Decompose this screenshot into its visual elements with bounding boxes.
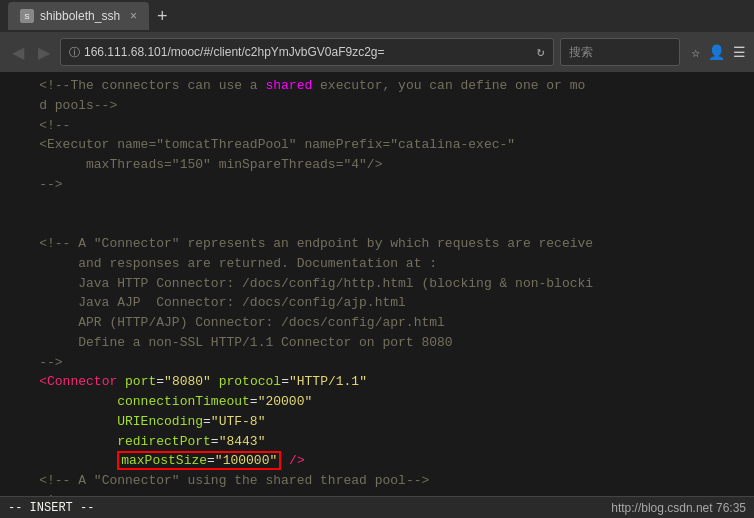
tab-bar: S shibboleth_ssh × + (0, 0, 754, 32)
url-box[interactable]: ⓘ 166.111.68.101/mooc/#/client/c2hpYmJvb… (60, 38, 554, 66)
cursor-position: 76:35 (716, 501, 746, 515)
browser-chrome: S shibboleth_ssh × + ◀ ▶ ⓘ 166.111.68.10… (0, 0, 754, 72)
code-line-18: URIEncoding="UTF-8" (8, 412, 754, 432)
code-line-13: APR (HTTP/AJP) Connector: /docs/config/a… (8, 313, 754, 333)
code-line-8 (8, 214, 754, 234)
tab-title: shibboleth_ssh (40, 9, 120, 23)
code-line-17: connectionTimeout="20000" (8, 392, 754, 412)
search-placeholder: 搜索 (569, 44, 593, 61)
code-line-4: <Executor name="tomcatThreadPool" namePr… (8, 135, 754, 155)
code-line-11: Java HTTP Connector: /docs/config/http.h… (8, 274, 754, 294)
code-line-9: <!-- A "Connector" represents an endpoin… (8, 234, 754, 254)
active-tab[interactable]: S shibboleth_ssh × (8, 2, 149, 30)
vim-mode-indicator: -- INSERT -- (8, 501, 94, 515)
menu-icon[interactable]: ☰ (733, 44, 746, 61)
code-line-2: d pools--> (8, 96, 754, 116)
address-bar: ◀ ▶ ⓘ 166.111.68.101/mooc/#/client/c2hpY… (0, 32, 754, 72)
status-right-info: http://blog.csdn.net 76:35 (611, 501, 746, 515)
status-bar: -- INSERT -- http://blog.csdn.net 76:35 (0, 496, 754, 518)
user-icon[interactable]: 👤 (708, 44, 725, 61)
security-icon: ⓘ (69, 45, 80, 60)
forward-button[interactable]: ▶ (34, 41, 54, 64)
code-content: <!--The connectors can use a shared exec… (0, 72, 754, 496)
code-line-1: <!--The connectors can use a shared exec… (8, 76, 754, 96)
search-box[interactable]: 搜索 (560, 38, 680, 66)
new-tab-button[interactable]: + (157, 7, 168, 25)
code-line-7 (8, 195, 754, 215)
code-line-6: --> (8, 175, 754, 195)
star-icon[interactable]: ☆ (692, 44, 700, 61)
toolbar-icons: ☆ 👤 ☰ (692, 44, 746, 61)
code-line-19: redirectPort="8443" (8, 432, 754, 452)
tab-favicon: S (20, 9, 34, 23)
code-line-16: <Connector port="8080" protocol="HTTP/1.… (8, 372, 754, 392)
code-line-20: maxPostSize="100000" /> (8, 451, 754, 471)
refresh-icon[interactable]: ↻ (537, 44, 545, 60)
blog-url: http://blog.csdn.net (611, 501, 712, 515)
code-line-15: --> (8, 353, 754, 373)
highlighted-attribute: maxPostSize="100000" (117, 451, 281, 470)
code-editor: <!--The connectors can use a shared exec… (0, 72, 754, 518)
code-line-21: <!-- A "Connector" using the shared thre… (8, 471, 754, 491)
code-line-12: Java AJP Connector: /docs/config/ajp.htm… (8, 293, 754, 313)
code-line-10: and responses are returned. Documentatio… (8, 254, 754, 274)
back-button[interactable]: ◀ (8, 41, 28, 64)
code-line-3: <!-- (8, 116, 754, 136)
tab-close-button[interactable]: × (130, 9, 137, 23)
url-text: 166.111.68.101/mooc/#/client/c2hpYmJvbGV… (84, 45, 533, 59)
code-line-14: Define a non-SSL HTTP/1.1 Connector on p… (8, 333, 754, 353)
code-line-5: maxThreads="150" minSpareThreads="4"/> (8, 155, 754, 175)
browser-window: S shibboleth_ssh × + ◀ ▶ ⓘ 166.111.68.10… (0, 0, 754, 518)
